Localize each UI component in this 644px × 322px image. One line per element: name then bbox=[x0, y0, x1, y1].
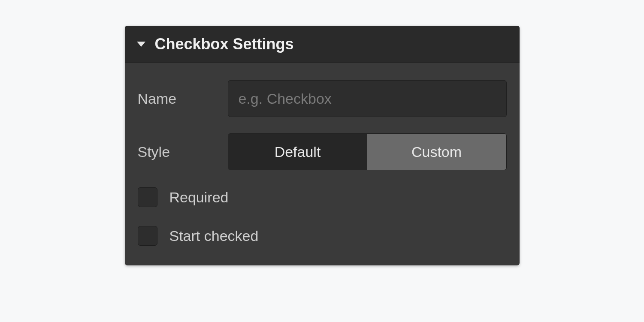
panel-title: Checkbox Settings bbox=[155, 35, 294, 53]
panel-body: Name Style Default Custom Required Start… bbox=[125, 63, 520, 265]
name-input[interactable] bbox=[228, 80, 507, 117]
start-checked-checkbox[interactable] bbox=[138, 226, 157, 246]
start-checked-row: Start checked bbox=[138, 226, 507, 246]
name-row: Name bbox=[138, 80, 507, 117]
panel-header[interactable]: Checkbox Settings bbox=[125, 26, 520, 63]
chevron-down-icon bbox=[137, 42, 145, 47]
style-option-default[interactable]: Default bbox=[228, 134, 367, 170]
required-checkbox[interactable] bbox=[138, 187, 157, 207]
required-label: Required bbox=[169, 189, 229, 206]
start-checked-label: Start checked bbox=[169, 228, 259, 244]
style-option-custom[interactable]: Custom bbox=[367, 134, 506, 170]
style-label: Style bbox=[138, 144, 228, 160]
required-row: Required bbox=[138, 187, 507, 207]
name-label: Name bbox=[138, 90, 228, 107]
checkbox-settings-panel: Checkbox Settings Name Style Default Cus… bbox=[125, 26, 520, 265]
style-row: Style Default Custom bbox=[138, 133, 507, 170]
style-segmented-control: Default Custom bbox=[228, 133, 507, 170]
